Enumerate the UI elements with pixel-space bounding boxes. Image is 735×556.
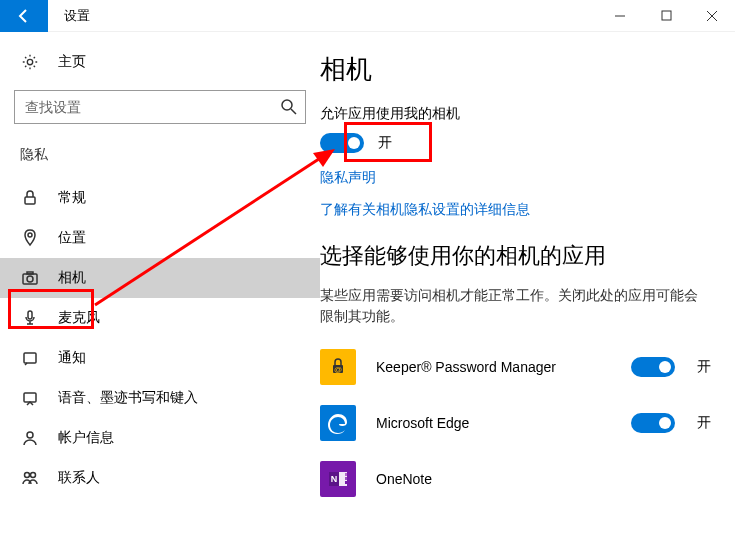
- gear-icon: [20, 52, 40, 72]
- contacts-icon: [20, 468, 40, 488]
- privacy-link[interactable]: 隐私声明: [320, 169, 711, 187]
- svg-rect-1: [662, 11, 671, 20]
- choose-desc: 某些应用需要访问相机才能正常工作。关闭此处的应用可能会限制其功能。: [320, 285, 711, 327]
- app-toggle-edge[interactable]: [631, 413, 675, 433]
- nav-item-contacts[interactable]: 联系人: [0, 458, 320, 498]
- nav-item-microphone[interactable]: 麦克风: [0, 298, 320, 338]
- learn-more-link[interactable]: 了解有关相机隐私设置的详细信息: [320, 201, 711, 219]
- section-label: 隐私: [0, 146, 320, 164]
- svg-rect-12: [28, 311, 32, 319]
- svg-point-4: [27, 59, 32, 64]
- nav-item-account[interactable]: 帐户信息: [0, 418, 320, 458]
- nav-item-general[interactable]: 常规: [0, 178, 320, 218]
- svg-rect-23: [345, 473, 347, 476]
- main-pane: 相机 允许应用使用我的相机 开 隐私声明 了解有关相机隐私设置的详细信息 选择能…: [320, 32, 735, 556]
- svg-rect-24: [345, 477, 347, 480]
- speech-icon: [20, 388, 40, 408]
- edge-app-icon: [320, 405, 356, 441]
- svg-point-8: [28, 233, 32, 237]
- app-name: Keeper® Password Manager: [376, 359, 631, 375]
- svg-text:@: @: [334, 365, 342, 374]
- onenote-app-icon: N: [320, 461, 356, 497]
- master-toggle[interactable]: [320, 133, 364, 153]
- nav-item-label: 通知: [58, 349, 86, 367]
- nav-item-label: 相机: [58, 269, 86, 287]
- nav-item-label: 麦克风: [58, 309, 100, 327]
- lock-icon: [20, 188, 40, 208]
- home-label: 主页: [58, 53, 86, 71]
- nav-item-label: 常规: [58, 189, 86, 207]
- back-arrow-icon: [16, 8, 32, 24]
- nav-item-location[interactable]: 位置: [0, 218, 320, 258]
- close-button[interactable]: [689, 0, 735, 32]
- search-input[interactable]: [14, 90, 306, 124]
- minimize-icon: [614, 10, 626, 22]
- account-icon: [20, 428, 40, 448]
- nav-item-label: 联系人: [58, 469, 100, 487]
- maximize-button[interactable]: [643, 0, 689, 32]
- app-row: N OneNote: [320, 461, 711, 497]
- app-toggle-label: 开: [697, 358, 711, 376]
- home-link[interactable]: 主页: [0, 52, 320, 72]
- allow-text: 允许应用使用我的相机: [320, 105, 711, 123]
- back-button[interactable]: [0, 0, 48, 32]
- notification-icon: [20, 348, 40, 368]
- svg-rect-11: [27, 272, 33, 274]
- keeper-app-icon: @: [320, 349, 356, 385]
- camera-icon: [20, 268, 40, 288]
- svg-rect-14: [24, 393, 36, 402]
- app-toggle-label: 开: [697, 414, 711, 432]
- window-controls: [597, 0, 735, 32]
- nav-item-speech[interactable]: 语音、墨迹书写和键入: [0, 378, 320, 418]
- svg-rect-25: [345, 481, 347, 484]
- minimize-button[interactable]: [597, 0, 643, 32]
- nav-item-camera[interactable]: 相机: [0, 258, 320, 298]
- titlebar: 设置: [0, 0, 735, 32]
- svg-rect-7: [25, 197, 35, 204]
- app-toggle-keeper[interactable]: [631, 357, 675, 377]
- svg-point-16: [25, 473, 30, 478]
- svg-rect-13: [24, 353, 36, 363]
- microphone-icon: [20, 308, 40, 328]
- svg-text:N: N: [331, 474, 338, 484]
- close-icon: [706, 10, 718, 22]
- svg-point-15: [27, 432, 33, 438]
- sidebar: 主页 隐私 常规 位置 相机 麦克风 通知 语音、墨迹书写和键入: [0, 32, 320, 556]
- nav-item-notifications[interactable]: 通知: [0, 338, 320, 378]
- page-heading: 相机: [320, 52, 711, 87]
- window-title: 设置: [64, 7, 90, 25]
- nav-item-label: 语音、墨迹书写和键入: [58, 389, 198, 407]
- maximize-icon: [661, 10, 672, 21]
- search-icon: [280, 98, 298, 116]
- nav-item-label: 帐户信息: [58, 429, 114, 447]
- nav-item-label: 位置: [58, 229, 86, 247]
- app-name: OneNote: [376, 471, 711, 487]
- master-toggle-label: 开: [378, 134, 392, 152]
- app-row: Microsoft Edge 开: [320, 405, 711, 441]
- search-wrap: [14, 90, 306, 124]
- choose-heading: 选择能够使用你的相机的应用: [320, 241, 711, 271]
- master-toggle-row: 开: [320, 133, 711, 153]
- svg-point-10: [27, 276, 33, 282]
- svg-point-17: [31, 473, 36, 478]
- location-icon: [20, 228, 40, 248]
- svg-point-5: [282, 100, 292, 110]
- svg-line-6: [291, 109, 296, 114]
- app-name: Microsoft Edge: [376, 415, 631, 431]
- app-row: @ Keeper® Password Manager 开: [320, 349, 711, 385]
